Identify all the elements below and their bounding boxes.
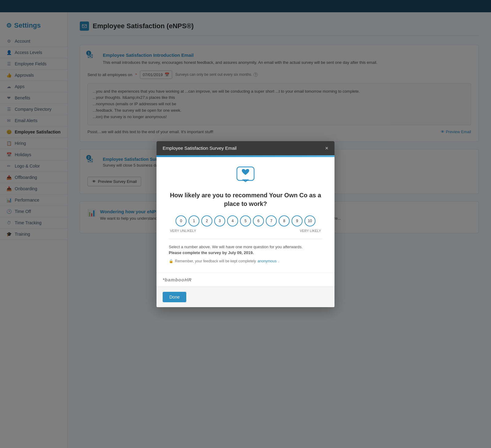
rating-3[interactable]: 3: [214, 215, 225, 226]
modal-header: Employee Satisfaction Survey Email ×: [157, 141, 334, 155]
bamboohr-logo: *bambooHR: [157, 272, 334, 287]
rating-4[interactable]: 4: [227, 215, 238, 226]
heart-bubble-icon: [236, 166, 255, 185]
label-very-likely: VERY LIKELY: [300, 229, 321, 233]
survey-deadline: Please complete the survey by July 09, 2…: [169, 250, 254, 255]
divider: [169, 239, 322, 239]
rating-10[interactable]: 10: [304, 215, 315, 226]
rating-5[interactable]: 5: [240, 215, 251, 226]
rating-labels: VERY UNLIKELY VERY LIKELY: [169, 229, 322, 233]
rating-8[interactable]: 8: [279, 215, 290, 226]
email-preview-content: How likely are you to recommend Your Own…: [157, 157, 334, 272]
rating-1[interactable]: 1: [188, 215, 199, 226]
modal-body: How likely are you to recommend Your Own…: [157, 155, 334, 287]
done-button[interactable]: Done: [163, 292, 186, 302]
anonymous-link[interactable]: anonymous: [257, 259, 276, 263]
modal-footer: Done: [157, 287, 334, 307]
rating-7[interactable]: 7: [266, 215, 277, 226]
rating-2[interactable]: 2: [201, 215, 212, 226]
modal: Employee Satisfaction Survey Email × How…: [157, 141, 334, 307]
survey-note: Select a number above. We will have one …: [169, 244, 322, 256]
anon-note: 🔒 Remember, your feedback will be kept c…: [169, 259, 322, 263]
rating-scale: 0 1 2 3 4 5 6 7 8 9 10: [169, 215, 322, 226]
modal-overlay[interactable]: Employee Satisfaction Survey Email × How…: [0, 0, 491, 448]
modal-close-button[interactable]: ×: [325, 145, 328, 151]
rating-9[interactable]: 9: [292, 215, 303, 226]
lock-icon: 🔒: [169, 259, 173, 263]
modal-title: Employee Satisfaction Survey Email: [163, 145, 237, 151]
label-very-unlikely: VERY UNLIKELY: [170, 229, 196, 233]
rating-6[interactable]: 6: [253, 215, 264, 226]
rating-0[interactable]: 0: [176, 215, 187, 226]
survey-question: How likely are you to recommend Your Own…: [169, 191, 322, 208]
